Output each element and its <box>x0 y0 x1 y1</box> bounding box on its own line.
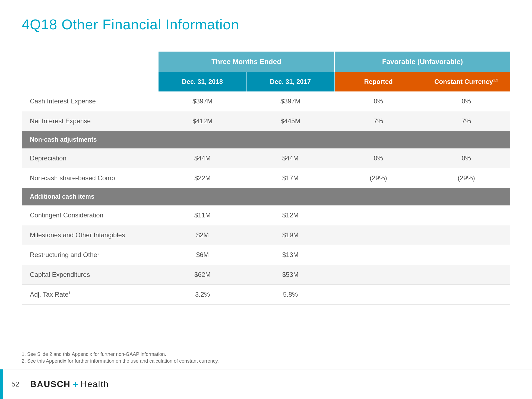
row-val4 <box>422 285 510 305</box>
row-val3: 0% <box>334 148 422 168</box>
footnote-1: 1. See Slide 2 and this Appendix for fur… <box>22 352 510 357</box>
header-reported: Reported <box>334 72 422 91</box>
header-three-months: Three Months Ended <box>159 52 334 72</box>
row-val2: $17M <box>246 168 334 188</box>
row-val3 <box>334 245 422 265</box>
row-label: Contingent Consideration <box>22 205 159 225</box>
header-empty-1 <box>22 52 159 72</box>
table-row: Contingent Consideration $11M $12M <box>22 205 510 225</box>
page-title: 4Q18 Other Financial Information <box>0 0 532 46</box>
row-val2: $19M <box>246 225 334 245</box>
row-val1: $22M <box>159 168 246 188</box>
table-header-row-2: Dec. 31, 2018 Dec. 31, 2017 Reported Con… <box>22 72 510 91</box>
row-val2: $13M <box>246 245 334 265</box>
header-constant-currency: Constant Currency1,2 <box>422 72 510 91</box>
row-val3 <box>334 285 422 305</box>
footnotes-area: 1. See Slide 2 and this Appendix for fur… <box>22 352 510 369</box>
footer: 52 BAUSCH + Health <box>0 369 532 399</box>
row-val3 <box>334 205 422 225</box>
row-val2: $44M <box>246 148 334 168</box>
footnote-2: 2. See this Appendix for further informa… <box>22 358 510 364</box>
table-row: Adj. Tax Rate1 3.2% 5.8% <box>22 285 510 305</box>
row-val4: 7% <box>422 111 510 131</box>
table-row: Restructuring and Other $6M $13M <box>22 245 510 265</box>
row-val1: $62M <box>159 265 246 285</box>
section-label: Non-cash adjustments <box>22 131 510 148</box>
header-favorable: Favorable (Unfavorable) <box>334 52 510 72</box>
row-val3: 7% <box>334 111 422 131</box>
row-val2: $397M <box>246 91 334 111</box>
row-label: Capital Expenditures <box>22 265 159 285</box>
page-number: 52 <box>3 380 27 388</box>
table-row: Capital Expenditures $62M $53M <box>22 265 510 285</box>
row-val2: $53M <box>246 265 334 285</box>
row-val1: $44M <box>159 148 246 168</box>
row-val3: 0% <box>334 91 422 111</box>
logo-plus-icon: + <box>73 379 78 390</box>
row-val3 <box>334 225 422 245</box>
row-label: Restructuring and Other <box>22 245 159 265</box>
row-label: Milestones and Other Intangibles <box>22 225 159 245</box>
row-val4: 0% <box>422 91 510 111</box>
row-label: Net Interest Expense <box>22 111 159 131</box>
section-header-row: Additional cash items <box>22 188 510 205</box>
table-row: Depreciation $44M $44M 0% 0% <box>22 148 510 168</box>
header-dec-2017: Dec. 31, 2017 <box>246 72 334 91</box>
table-body: Cash Interest Expense $397M $397M 0% 0% … <box>22 91 510 305</box>
row-val1: $2M <box>159 225 246 245</box>
table-row: Net Interest Expense $412M $445M 7% 7% <box>22 111 510 131</box>
table-row: Milestones and Other Intangibles $2M $19… <box>22 225 510 245</box>
row-label: Adj. Tax Rate1 <box>22 285 159 305</box>
footer-accent-bar <box>0 369 3 399</box>
table-header-row-1: Three Months Ended Favorable (Unfavorabl… <box>22 52 510 72</box>
row-val4: (29%) <box>422 168 510 188</box>
header-dec-2018: Dec. 31, 2018 <box>159 72 246 91</box>
row-val1: $397M <box>159 91 246 111</box>
row-val3: (29%) <box>334 168 422 188</box>
row-val2: 5.8% <box>246 285 334 305</box>
row-val2: $445M <box>246 111 334 131</box>
financial-table: Three Months Ended Favorable (Unfavorabl… <box>0 52 532 305</box>
row-val4 <box>422 225 510 245</box>
row-val1: $412M <box>159 111 246 131</box>
row-val4: 0% <box>422 148 510 168</box>
section-label: Additional cash items <box>22 188 510 205</box>
row-val4 <box>422 245 510 265</box>
footer-logo: BAUSCH + Health <box>27 379 109 390</box>
logo-health-text: Health <box>81 379 109 389</box>
row-val2: $12M <box>246 205 334 225</box>
row-val1: $11M <box>159 205 246 225</box>
section-header-row: Non-cash adjustments <box>22 131 510 148</box>
row-val1: 3.2% <box>159 285 246 305</box>
row-val1: $6M <box>159 245 246 265</box>
row-val4 <box>422 265 510 285</box>
logo-bausch-text: BAUSCH <box>30 379 71 389</box>
table-row: Non-cash share-based Comp $22M $17M (29%… <box>22 168 510 188</box>
header-empty-2 <box>22 72 159 91</box>
row-val3 <box>334 265 422 285</box>
row-label: Cash Interest Expense <box>22 91 159 111</box>
row-label: Depreciation <box>22 148 159 168</box>
row-label: Non-cash share-based Comp <box>22 168 159 188</box>
row-val4 <box>422 205 510 225</box>
table-row: Cash Interest Expense $397M $397M 0% 0% <box>22 91 510 111</box>
